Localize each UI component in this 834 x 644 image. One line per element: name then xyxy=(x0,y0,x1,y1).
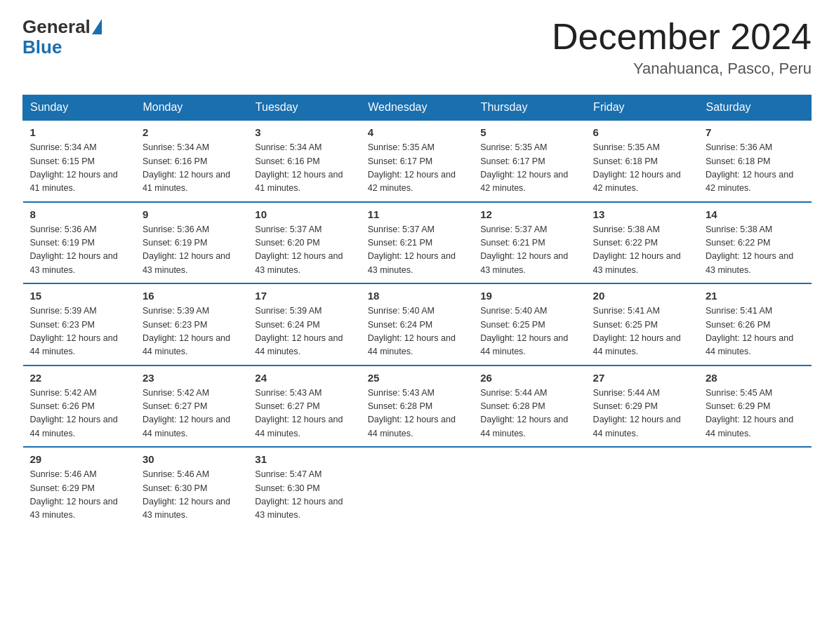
day-info: Sunrise: 5:35 AMSunset: 6:17 PMDaylight:… xyxy=(480,142,568,193)
calendar-dow-tuesday: Tuesday xyxy=(248,95,360,121)
day-info: Sunrise: 5:39 AMSunset: 6:23 PMDaylight:… xyxy=(30,306,118,356)
day-number: 4 xyxy=(368,126,466,138)
day-number: 28 xyxy=(706,372,804,384)
day-info: Sunrise: 5:34 AMSunset: 6:16 PMDaylight:… xyxy=(143,142,230,193)
day-number: 3 xyxy=(255,126,353,138)
calendar-day-cell: 16 Sunrise: 5:39 AMSunset: 6:23 PMDaylig… xyxy=(135,283,248,365)
page-header: General Blue December 2024 Yanahuanca, P… xyxy=(22,17,812,78)
day-info: Sunrise: 5:37 AMSunset: 6:21 PMDaylight:… xyxy=(480,224,568,275)
calendar-day-cell: 5 Sunrise: 5:35 AMSunset: 6:17 PMDayligh… xyxy=(473,120,585,202)
calendar-empty-cell xyxy=(699,447,811,528)
day-number: 11 xyxy=(368,208,466,220)
day-info: Sunrise: 5:39 AMSunset: 6:24 PMDaylight:… xyxy=(255,306,343,356)
calendar-day-cell: 28 Sunrise: 5:45 AMSunset: 6:29 PMDaylig… xyxy=(699,365,811,448)
day-number: 16 xyxy=(143,290,241,302)
calendar-subtitle: Yanahuanca, Pasco, Peru xyxy=(552,60,812,78)
day-number: 29 xyxy=(30,453,128,465)
day-number: 22 xyxy=(30,372,128,384)
calendar-week-row: 29 Sunrise: 5:46 AMSunset: 6:29 PMDaylig… xyxy=(23,447,812,528)
calendar-day-cell: 30 Sunrise: 5:46 AMSunset: 6:30 PMDaylig… xyxy=(135,447,248,528)
day-info: Sunrise: 5:42 AMSunset: 6:26 PMDaylight:… xyxy=(30,388,118,438)
day-number: 21 xyxy=(706,290,804,302)
calendar-dow-sunday: Sunday xyxy=(23,95,135,121)
calendar-dow-monday: Monday xyxy=(135,95,248,121)
day-info: Sunrise: 5:46 AMSunset: 6:30 PMDaylight:… xyxy=(143,469,230,520)
calendar-empty-cell xyxy=(586,447,699,528)
calendar-header-row: SundayMondayTuesdayWednesdayThursdayFrid… xyxy=(23,95,812,121)
logo-triangle-icon xyxy=(92,19,102,34)
calendar-title: December 2024 xyxy=(552,17,812,57)
day-info: Sunrise: 5:36 AMSunset: 6:18 PMDaylight:… xyxy=(706,142,793,193)
calendar-empty-cell xyxy=(361,447,473,528)
day-number: 26 xyxy=(480,372,578,384)
day-number: 15 xyxy=(30,290,128,302)
day-number: 25 xyxy=(368,372,466,384)
day-info: Sunrise: 5:34 AMSunset: 6:16 PMDaylight:… xyxy=(255,142,343,193)
calendar-table: SundayMondayTuesdayWednesdayThursdayFrid… xyxy=(22,95,812,528)
day-info: Sunrise: 5:41 AMSunset: 6:25 PMDaylight:… xyxy=(593,306,681,356)
day-number: 6 xyxy=(593,126,691,138)
calendar-day-cell: 15 Sunrise: 5:39 AMSunset: 6:23 PMDaylig… xyxy=(23,283,135,365)
day-number: 27 xyxy=(593,372,691,384)
calendar-day-cell: 23 Sunrise: 5:42 AMSunset: 6:27 PMDaylig… xyxy=(135,365,248,448)
day-info: Sunrise: 5:39 AMSunset: 6:23 PMDaylight:… xyxy=(143,306,230,356)
day-number: 24 xyxy=(255,372,353,384)
day-info: Sunrise: 5:47 AMSunset: 6:30 PMDaylight:… xyxy=(255,469,343,520)
day-info: Sunrise: 5:43 AMSunset: 6:28 PMDaylight:… xyxy=(368,388,456,438)
day-info: Sunrise: 5:38 AMSunset: 6:22 PMDaylight:… xyxy=(706,224,793,275)
day-number: 19 xyxy=(480,290,578,302)
day-info: Sunrise: 5:44 AMSunset: 6:29 PMDaylight:… xyxy=(593,388,681,438)
calendar-week-row: 8 Sunrise: 5:36 AMSunset: 6:19 PMDayligh… xyxy=(23,202,812,284)
calendar-day-cell: 25 Sunrise: 5:43 AMSunset: 6:28 PMDaylig… xyxy=(361,365,473,448)
day-info: Sunrise: 5:36 AMSunset: 6:19 PMDaylight:… xyxy=(143,224,230,275)
calendar-day-cell: 6 Sunrise: 5:35 AMSunset: 6:18 PMDayligh… xyxy=(586,120,699,202)
day-info: Sunrise: 5:45 AMSunset: 6:29 PMDaylight:… xyxy=(706,388,793,438)
day-number: 1 xyxy=(30,126,128,138)
day-info: Sunrise: 5:41 AMSunset: 6:26 PMDaylight:… xyxy=(706,306,793,356)
day-info: Sunrise: 5:46 AMSunset: 6:29 PMDaylight:… xyxy=(30,469,118,520)
day-number: 7 xyxy=(706,126,804,138)
calendar-day-cell: 14 Sunrise: 5:38 AMSunset: 6:22 PMDaylig… xyxy=(699,202,811,284)
day-number: 17 xyxy=(255,290,353,302)
calendar-week-row: 1 Sunrise: 5:34 AMSunset: 6:15 PMDayligh… xyxy=(23,120,812,202)
calendar-day-cell: 31 Sunrise: 5:47 AMSunset: 6:30 PMDaylig… xyxy=(248,447,360,528)
day-info: Sunrise: 5:35 AMSunset: 6:18 PMDaylight:… xyxy=(593,142,681,193)
calendar-day-cell: 12 Sunrise: 5:37 AMSunset: 6:21 PMDaylig… xyxy=(473,202,585,284)
calendar-day-cell: 10 Sunrise: 5:37 AMSunset: 6:20 PMDaylig… xyxy=(248,202,360,284)
day-number: 8 xyxy=(30,208,128,220)
calendar-day-cell: 22 Sunrise: 5:42 AMSunset: 6:26 PMDaylig… xyxy=(23,365,135,448)
day-number: 13 xyxy=(593,208,691,220)
day-number: 12 xyxy=(480,208,578,220)
logo-blue: Blue xyxy=(22,36,62,58)
day-info: Sunrise: 5:40 AMSunset: 6:24 PMDaylight:… xyxy=(368,306,456,356)
day-number: 31 xyxy=(255,453,353,465)
day-info: Sunrise: 5:37 AMSunset: 6:20 PMDaylight:… xyxy=(255,224,343,275)
day-number: 14 xyxy=(706,208,804,220)
calendar-dow-friday: Friday xyxy=(586,95,699,121)
day-info: Sunrise: 5:36 AMSunset: 6:19 PMDaylight:… xyxy=(30,224,118,275)
calendar-day-cell: 29 Sunrise: 5:46 AMSunset: 6:29 PMDaylig… xyxy=(23,447,135,528)
day-number: 20 xyxy=(593,290,691,302)
calendar-week-row: 22 Sunrise: 5:42 AMSunset: 6:26 PMDaylig… xyxy=(23,365,812,448)
day-number: 30 xyxy=(143,453,241,465)
calendar-dow-wednesday: Wednesday xyxy=(361,95,473,121)
calendar-day-cell: 7 Sunrise: 5:36 AMSunset: 6:18 PMDayligh… xyxy=(699,120,811,202)
calendar-day-cell: 11 Sunrise: 5:37 AMSunset: 6:21 PMDaylig… xyxy=(361,202,473,284)
calendar-day-cell: 27 Sunrise: 5:44 AMSunset: 6:29 PMDaylig… xyxy=(586,365,699,448)
calendar-day-cell: 26 Sunrise: 5:44 AMSunset: 6:28 PMDaylig… xyxy=(473,365,585,448)
day-info: Sunrise: 5:38 AMSunset: 6:22 PMDaylight:… xyxy=(593,224,681,275)
calendar-day-cell: 13 Sunrise: 5:38 AMSunset: 6:22 PMDaylig… xyxy=(586,202,699,284)
calendar-day-cell: 2 Sunrise: 5:34 AMSunset: 6:16 PMDayligh… xyxy=(135,120,248,202)
calendar-day-cell: 3 Sunrise: 5:34 AMSunset: 6:16 PMDayligh… xyxy=(248,120,360,202)
day-info: Sunrise: 5:35 AMSunset: 6:17 PMDaylight:… xyxy=(368,142,456,193)
day-number: 9 xyxy=(143,208,241,220)
calendar-day-cell: 1 Sunrise: 5:34 AMSunset: 6:15 PMDayligh… xyxy=(23,120,135,202)
calendar-day-cell: 18 Sunrise: 5:40 AMSunset: 6:24 PMDaylig… xyxy=(361,283,473,365)
calendar-day-cell: 20 Sunrise: 5:41 AMSunset: 6:25 PMDaylig… xyxy=(586,283,699,365)
day-number: 10 xyxy=(255,208,353,220)
calendar-day-cell: 4 Sunrise: 5:35 AMSunset: 6:17 PMDayligh… xyxy=(361,120,473,202)
logo-general: General xyxy=(22,17,91,37)
day-info: Sunrise: 5:34 AMSunset: 6:15 PMDaylight:… xyxy=(30,142,118,193)
title-block: December 2024 Yanahuanca, Pasco, Peru xyxy=(552,17,812,78)
day-info: Sunrise: 5:43 AMSunset: 6:27 PMDaylight:… xyxy=(255,388,343,438)
